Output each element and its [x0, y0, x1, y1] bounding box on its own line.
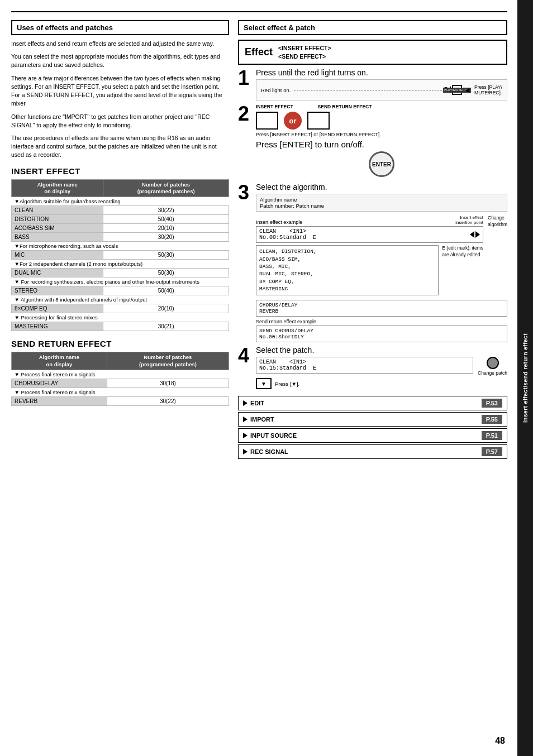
- table-row: ▼For microphone recording, such as vocal…: [12, 242, 229, 251]
- insert-effect-button[interactable]: [256, 112, 278, 130]
- table-row: ▼Algorithm suitable for guitar/bass reco…: [12, 197, 229, 206]
- press-label: Press [PLAY/MUTE/REC].: [474, 84, 502, 95]
- table-row: ▼ Process final stereo mix signals: [12, 370, 229, 379]
- table-row: DUAL MIC 50(30): [12, 269, 229, 277]
- nav-rec-page: P.57: [482, 447, 502, 456]
- table-header-algo: Algorithm nameon display: [12, 179, 103, 197]
- select-title: Select effect & patch: [244, 23, 315, 32]
- left-column: Uses of effects and patches Insert effec…: [11, 20, 229, 745]
- send-return-label: SEND RETURN EFFECT: [318, 104, 372, 109]
- insert-note: Insert effectinsertion point: [455, 215, 483, 225]
- top-line: [11, 11, 507, 12]
- uses-title: Uses of effects and patches: [17, 23, 113, 32]
- table-row: ▼ Processing for final stereo mixes: [12, 313, 229, 322]
- algo-name: 8×COMP EQ: [12, 304, 103, 313]
- nav-edit-label: EDIT: [243, 400, 264, 406]
- table-row: 8×COMP EQ 20(10): [12, 304, 229, 313]
- patch-display: CLEAN <IN1>No.15:Standard E: [256, 357, 473, 374]
- table-row: BASS 30(20): [12, 233, 229, 242]
- nav-triangle-icon: [243, 449, 248, 454]
- nav-input-text: INPUT SOURCE: [250, 432, 297, 439]
- nav-arrow-right-icon[interactable]: [475, 231, 480, 238]
- send-return-button[interactable]: [307, 112, 330, 130]
- step-4-title: Select the patch.: [256, 346, 507, 355]
- nav-link-input[interactable]: INPUT SOURCE P.51: [238, 428, 507, 443]
- table-row: ▼ Process final stereo mix signals: [12, 388, 229, 397]
- nav-link-rec[interactable]: REC SIGNAL P.57: [238, 444, 507, 459]
- insert-effect-title: INSERT EFFECT: [11, 166, 229, 176]
- category-label: ▼Algorithm suitable for guitar/bass reco…: [12, 197, 229, 206]
- nav-input-page: P.51: [482, 431, 502, 440]
- algo-name: DISTORTION: [12, 215, 103, 224]
- send-return-table: Algorithm nameon display Number of patch…: [11, 352, 229, 406]
- algo-line1: Algorithm name: [260, 197, 503, 203]
- algorithm-list: CLEAN, DISTORTION,ACO/BASS SIM,BASS, MIC…: [256, 245, 439, 295]
- change-patch-dial[interactable]: [487, 357, 499, 369]
- press-down-label: Press [▼].: [275, 381, 299, 387]
- table-row: CLEAN 30(22): [12, 206, 229, 215]
- para-4: Other functions are "IMPORT" to get patc…: [11, 113, 229, 130]
- patch-count: 30(22): [107, 397, 229, 406]
- nav-arrow-left-icon[interactable]: [470, 231, 474, 238]
- dashed-line: [294, 90, 442, 90]
- arrow-line: PLAY/MUTE/REC ◄: [294, 85, 471, 95]
- step-3-number: 3: [238, 183, 251, 203]
- right-column: Select effect & patch Effect <INSERT EFF…: [238, 20, 507, 745]
- down-arrow-button[interactable]: ▼: [256, 378, 272, 389]
- step-3-content: Select the algorithm. Algorithm name Pat…: [256, 183, 507, 342]
- nav-edit-page: P.53: [482, 399, 502, 408]
- category-label: ▼ For recording synthesizers, electric p…: [12, 277, 229, 286]
- algo-name: MIC: [12, 251, 103, 260]
- select-section-header: Select effect & patch: [238, 20, 507, 35]
- para-1: Insert effects and send return effects a…: [11, 40, 229, 48]
- rec-button: PLAY/MUTE/REC: [452, 85, 462, 95]
- nav-rec-text: REC SIGNAL: [250, 448, 288, 455]
- patch-count: 30(22): [103, 206, 229, 215]
- algo-name: REVERB: [12, 397, 107, 406]
- algo-name: BASS: [12, 233, 103, 242]
- patch-count: 30(21): [103, 322, 229, 331]
- press-down-row: ▼ Press [▼].: [256, 378, 507, 389]
- algo-name: STEREO: [12, 286, 103, 295]
- table-header-patches: Number of patches(programmed patches): [107, 352, 229, 370]
- send-return-example-label: Send return effect example: [256, 319, 507, 324]
- table-row: CHORUS/DELAY 30(18): [12, 379, 229, 388]
- step-2-number: 2: [238, 104, 251, 124]
- table-row: DISTORTION 50(40): [12, 215, 229, 224]
- or-circle: or: [284, 112, 302, 130]
- category-label: ▼ Algorithm with 8 independent channels …: [12, 295, 229, 304]
- step-3-row: 3 Select the algorithm. Algorithm name P…: [238, 183, 507, 342]
- nav-input-label: INPUT SOURCE: [243, 432, 297, 439]
- algo-name: DUAL MIC: [12, 269, 103, 277]
- algo-name: ACO/BASS SIM: [12, 224, 103, 233]
- table-row: ▼ Algorithm with 8 independent channels …: [12, 295, 229, 304]
- table-row: MIC 50(30): [12, 251, 229, 260]
- patch-count: 50(40): [103, 215, 229, 224]
- send-return-title: SEND RETURN EFFECT: [11, 339, 229, 348]
- nav-links: EDIT P.53 IMPORT P.55: [238, 396, 507, 459]
- insert-effect-display: CLEAN <IN1>No.00:Standard E: [256, 226, 483, 243]
- nav-edit-text: EDIT: [250, 400, 264, 406]
- table-row: ▼ For recording synthesizers, electric p…: [12, 277, 229, 286]
- enter-btn-container: ENTER: [256, 151, 507, 177]
- step-4-row: 4 Select the patch. CLEAN <IN1>No.15:Sta…: [238, 346, 507, 391]
- nav-import-page: P.55: [482, 415, 502, 424]
- step-4-display-row: CLEAN <IN1>No.15:Standard E Change patch: [256, 357, 507, 376]
- red-light-label: Red light on.: [261, 87, 291, 93]
- page-number: 48: [495, 736, 505, 746]
- category-label: ▼For microphone recording, such as vocal…: [12, 242, 229, 251]
- insert-example-left: Insert effect example Insert effectinser…: [256, 215, 483, 298]
- effect-label: Effect: [245, 46, 273, 58]
- patch-count: 30(18): [107, 379, 229, 388]
- step-1-diagram: Red light on. PLAY/MUTE/REC: [256, 79, 507, 101]
- algo-name: MASTERING: [12, 322, 103, 331]
- algo-name: CHORUS/DELAY: [12, 379, 107, 388]
- nav-link-import[interactable]: IMPORT P.55: [238, 412, 507, 427]
- change-algo-label: Changealgorithm: [488, 215, 507, 298]
- display-content: CLEAN <IN1>No.00:Standard E: [259, 228, 468, 241]
- table-header-patches: Number of patches(programmed patches): [103, 179, 229, 197]
- two-col-layout: Uses of effects and patches Insert effec…: [11, 20, 507, 745]
- nav-link-edit[interactable]: EDIT P.53: [238, 396, 507, 410]
- enter-button[interactable]: ENTER: [369, 151, 394, 177]
- insert-effect-label: INSERT EFFECT: [256, 104, 293, 109]
